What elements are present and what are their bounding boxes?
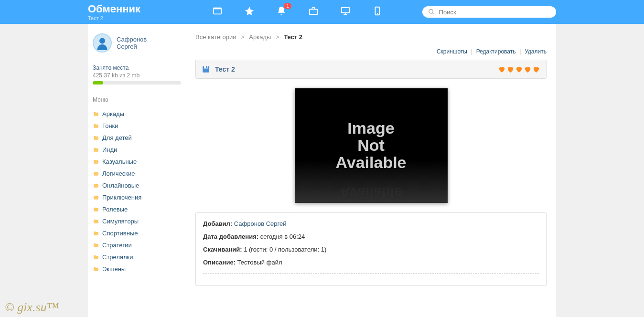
sidebar-item[interactable]: Гонки (93, 120, 181, 132)
logo-area[interactable]: Обменник Тест 2 (88, 3, 140, 21)
sidebar-item-label[interactable]: Стрелялки (102, 254, 133, 261)
menu-list: АркадыГонкиДля детейИндиКазуальныеЛогиче… (93, 108, 181, 275)
storage-value: 425.37 kb из 2 mb (93, 72, 181, 79)
rating-hearts[interactable] (498, 65, 540, 74)
dashed-separator (203, 273, 539, 274)
svg-point-6 (429, 10, 433, 14)
sidebar-item[interactable]: Стратегии (93, 239, 181, 251)
sidebar-item-label[interactable]: Онлайновые (102, 182, 139, 189)
folder-icon (93, 243, 99, 248)
sidebar-item-label[interactable]: Экшены (102, 265, 126, 273)
edit-link[interactable]: Редактировать (476, 48, 516, 55)
search-input[interactable] (439, 9, 550, 16)
mobile-icon[interactable] (372, 6, 383, 19)
storage-label: Занято места (93, 64, 181, 71)
bell-icon[interactable]: 1 (276, 6, 287, 19)
folder-icon (93, 219, 99, 224)
folder-icon (93, 183, 99, 189)
action-links: Скриншоты | Редактировать | Удалить (195, 48, 547, 55)
breadcrumb-sep: > (276, 33, 279, 41)
heart-icon (506, 65, 515, 74)
sidebar-item-label[interactable]: Казуальные (102, 158, 137, 165)
site-title: Обменник (88, 3, 140, 15)
breadcrumb-sep: > (241, 33, 245, 41)
sidebar-item-label[interactable]: Аркады (102, 110, 124, 117)
sidebar-item[interactable]: Стрелялки (93, 251, 181, 263)
sidebar-item[interactable]: Онлайновые (93, 180, 181, 191)
svg-rect-1 (214, 7, 222, 9)
svg-rect-2 (310, 9, 318, 14)
detail-date: Дата добавления: сегодня в 06:24 (203, 233, 539, 240)
folder-icon (93, 123, 99, 129)
folder-icon (93, 171, 99, 177)
sidebar-item[interactable]: Инди (93, 144, 181, 156)
folder-icon (93, 254, 99, 260)
details-box: Добавил: Сафронов Сергей Дата добавления… (195, 212, 547, 286)
sidebar-item[interactable]: Логические (93, 168, 181, 180)
breadcrumb: Все категории > Аркады > Тест 2 (195, 33, 547, 41)
sidebar-item-label[interactable]: Ролевые (102, 206, 128, 213)
page-container: Сафронов Сергей Занято места 425.37 kb и… (88, 24, 556, 317)
image-area: Image Not Available Available (195, 88, 547, 203)
sidebar-item[interactable]: Аркады (93, 108, 181, 120)
wallet-icon[interactable] (212, 6, 223, 19)
search-box[interactable] (422, 6, 556, 18)
notification-badge: 1 (284, 3, 291, 9)
screenshots-link[interactable]: Скриншоты (437, 48, 467, 55)
sidebar-item[interactable]: Казуальные (93, 156, 181, 168)
breadcrumb-current: Тест 2 (284, 33, 302, 41)
search-icon (428, 8, 435, 16)
folder-icon (93, 207, 99, 212)
nav-icons: 1 (212, 6, 383, 19)
main-content: Все категории > Аркады > Тест 2 Скриншот… (186, 24, 556, 317)
disk-icon (202, 65, 210, 74)
svg-point-5 (377, 13, 378, 14)
user-area[interactable]: Сафронов Сергей (93, 33, 181, 53)
sidebar-item[interactable]: Спортивные (93, 227, 181, 239)
folder-icon (93, 195, 99, 201)
breadcrumb-category[interactable]: Аркады (249, 33, 271, 41)
briefcase-icon[interactable] (308, 6, 319, 19)
heart-icon (515, 65, 523, 74)
monitor-icon[interactable] (340, 6, 351, 19)
author-link[interactable]: Сафронов Сергей (234, 220, 287, 227)
title-bar: Тест 2 (195, 60, 547, 79)
storage-bar (93, 81, 181, 85)
sidebar-item-label[interactable]: Приключения (102, 194, 141, 201)
sidebar-item-label[interactable]: Стратегии (102, 242, 132, 249)
sidebar-item[interactable]: Экшены (93, 263, 181, 275)
folder-icon (93, 266, 99, 272)
delete-link[interactable]: Удалить (525, 48, 547, 55)
sidebar-item[interactable]: Симуляторы (93, 215, 181, 227)
topbar: Обменник Тест 2 1 (0, 0, 644, 24)
heart-icon (524, 65, 532, 74)
breadcrumb-root[interactable]: Все категории (195, 33, 236, 41)
folder-icon (93, 135, 99, 141)
content-title: Тест 2 (215, 65, 498, 73)
site-subtitle: Тест 2 (88, 15, 140, 21)
sidebar: Сафронов Сергей Занято места 425.37 kb и… (88, 24, 186, 317)
svg-rect-10 (206, 66, 207, 68)
folder-icon (93, 147, 99, 153)
detail-added-by: Добавил: Сафронов Сергей (203, 220, 539, 227)
sidebar-item-label[interactable]: Симуляторы (102, 218, 139, 225)
folder-icon (93, 159, 99, 165)
detail-downloads: Скачиваний: 1 (гости: 0 / пользователи: … (203, 246, 539, 253)
avatar (93, 33, 112, 53)
image-placeholder[interactable]: Image Not Available Available (295, 88, 448, 203)
heart-icon (532, 65, 540, 74)
sidebar-item-label[interactable]: Для детей (102, 134, 132, 141)
svg-rect-3 (342, 7, 350, 12)
sidebar-item-label[interactable]: Спортивные (102, 230, 138, 237)
sidebar-item[interactable]: Ролевые (93, 203, 181, 215)
sidebar-item-label[interactable]: Логические (102, 170, 135, 177)
sidebar-item-label[interactable]: Инди (102, 146, 117, 153)
sidebar-item-label[interactable]: Гонки (102, 122, 118, 129)
detail-description: Описание: Тестовый файл (203, 259, 539, 266)
sidebar-item[interactable]: Для детей (93, 132, 181, 144)
sidebar-item[interactable]: Приключения (93, 191, 181, 203)
star-icon[interactable] (244, 6, 255, 19)
folder-icon (93, 111, 99, 117)
menu-label: Меню (93, 96, 181, 103)
user-name: Сафронов Сергей (117, 36, 147, 50)
